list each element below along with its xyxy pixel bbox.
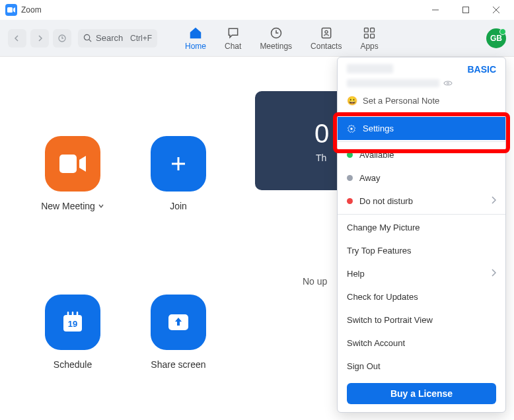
search-input[interactable]: Search Ctrl+F [78,29,157,48]
svg-point-6 [84,34,89,40]
schedule-button[interactable]: 19 [45,295,100,350]
contacts-icon [319,26,334,40]
svg-text:19: 19 [68,319,77,329]
status-dot-gray [347,175,353,181]
menu-try-top[interactable]: Try Top Features [338,239,505,262]
user-email-redacted [347,79,439,87]
video-icon [59,155,86,173]
app-logo-icon [5,4,17,16]
toolbar: Search Ctrl+F Home Chat Meetings Contact… [0,20,514,57]
svg-point-24 [447,83,449,85]
svg-rect-2 [463,7,469,13]
status-dnd[interactable]: Do not disturb [338,190,505,213]
menu-change-picture[interactable]: Change My Picture [338,216,505,239]
close-button[interactable] [481,0,511,20]
menu-switch-account[interactable]: Switch Account [338,332,505,355]
tab-chat[interactable]: Chat [225,26,241,51]
search-shortcut: Ctrl+F [130,34,152,43]
smile-icon: 😀 [347,96,357,106]
tab-contacts[interactable]: Contacts [311,26,342,51]
app-title: Zoom [21,5,42,15]
schedule-label: Schedule [54,359,92,370]
maximize-button[interactable] [451,0,481,20]
share-icon [166,312,190,332]
window-controls [420,0,511,20]
tab-meetings[interactable]: Meetings [260,26,292,51]
tab-apps[interactable]: Apps [360,26,378,51]
menu-settings[interactable]: Settings [338,117,505,140]
set-personal-note[interactable]: 😀 Set a Personal Note [338,92,505,114]
status-dot-green [347,152,353,158]
menu-portrait[interactable]: Switch to Portrait View [338,308,505,332]
svg-rect-0 [7,7,13,13]
clock-date: Th [316,153,326,163]
nav-forward-button[interactable] [30,29,49,48]
search-icon [83,34,92,42]
svg-rect-14 [371,34,375,38]
svg-rect-13 [365,34,369,38]
search-placeholder: Search [96,33,123,43]
main-actions: New Meeting Join 19 Schedule Share scree… [0,57,244,420]
menu-help[interactable]: Help [338,262,505,285]
svg-point-10 [325,30,328,33]
home-icon [188,26,203,40]
gear-icon [347,124,356,133]
new-meeting-label[interactable]: New Meeting [41,201,104,211]
status-away[interactable]: Away [338,166,505,190]
eye-icon[interactable] [443,77,453,89]
svg-rect-12 [371,28,375,32]
status-available[interactable]: Available [338,143,505,166]
clock-icon [269,26,283,40]
menu-check-updates[interactable]: Check for Updates [338,285,505,308]
profile-dropdown: BASIC 😀 Set a Personal Note Settings Ava… [337,57,506,413]
plan-badge: BASIC [467,64,496,75]
svg-rect-15 [59,155,77,173]
chevron-right-icon [491,196,496,206]
chevron-down-icon [98,203,104,209]
join-label: Join [170,201,187,211]
menu-sign-out[interactable]: Sign Out [338,355,505,378]
svg-line-7 [89,40,91,42]
new-meeting-button[interactable] [45,136,100,192]
chevron-right-icon [491,269,496,279]
chat-icon [226,26,240,40]
svg-point-25 [350,127,353,130]
svg-rect-11 [365,28,369,32]
nav-history-button[interactable] [53,29,71,48]
avatar-button[interactable]: GB [486,28,506,48]
apps-icon [362,26,377,40]
minimize-button[interactable] [420,0,451,20]
user-name-redacted [347,64,393,73]
share-screen-label: Share screen [151,359,205,370]
tab-home[interactable]: Home [185,26,206,51]
nav-back-button[interactable] [8,29,26,48]
buy-license-button[interactable]: Buy a License [347,383,496,404]
status-dot-red [347,198,353,204]
plus-icon [168,154,188,174]
share-screen-button[interactable] [151,295,206,350]
calendar-icon: 19 [61,310,85,334]
titlebar: Zoom [0,0,514,20]
clock-time: 0 [314,119,329,149]
join-button[interactable] [151,136,206,192]
